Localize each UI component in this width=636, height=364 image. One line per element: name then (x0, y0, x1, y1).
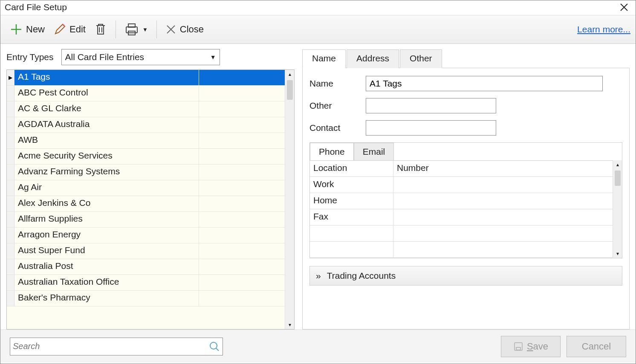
entry-types-select[interactable]: All Card File Entries ▼ (61, 49, 220, 65)
row-indicator (7, 86, 14, 101)
table-row[interactable]: Advanz Farming Systems (7, 165, 285, 180)
titlebar: Card File Setup (0, 0, 636, 15)
table-row[interactable]: Australia Post (7, 259, 285, 275)
entry-name: Australian Taxation Office (14, 275, 199, 290)
col-location: Location (310, 161, 393, 176)
row-indicator (7, 133, 14, 148)
tab-other[interactable]: Other (400, 49, 442, 68)
subtab-phone[interactable]: Phone (310, 143, 354, 160)
x-icon (165, 24, 176, 35)
chevron-right-icon: » (316, 271, 321, 281)
entry-col2 (199, 180, 285, 196)
tab-name[interactable]: Name (302, 49, 346, 68)
phone-row[interactable]: Work (310, 177, 613, 193)
entry-types-row: Entry Types All Card File Entries ▼ (6, 49, 295, 65)
search-input[interactable] (13, 341, 209, 351)
phone-number[interactable] (393, 193, 613, 209)
phone-number[interactable] (393, 209, 613, 225)
table-row[interactable]: Arragon Energy (7, 228, 285, 243)
tab-address[interactable]: Address (347, 49, 399, 68)
svg-point-3 (210, 342, 217, 349)
row-indicator (7, 180, 14, 196)
table-row[interactable]: Allfarm Supplies (7, 212, 285, 228)
phone-row[interactable]: Home (310, 193, 613, 209)
scrollbar[interactable]: ▴ ▾ (613, 160, 622, 258)
contact-field[interactable] (366, 120, 496, 136)
col-number: Number (393, 161, 613, 176)
entry-col2 (199, 70, 285, 85)
entry-col2 (199, 259, 285, 274)
entry-col2 (199, 212, 285, 227)
phone-row-empty[interactable] (310, 242, 613, 258)
scroll-down-icon[interactable]: ▾ (616, 249, 619, 258)
entry-name: Ag Air (14, 180, 199, 196)
table-row[interactable]: AC & GL Clarke (7, 101, 285, 117)
row-indicator (7, 212, 14, 227)
delete-button[interactable] (90, 20, 111, 38)
table-row[interactable]: Acme Security Services (7, 149, 285, 165)
toolbar: New Edit ▼ Close Learn more... (0, 15, 636, 44)
subtab-email[interactable]: Email (354, 143, 394, 160)
name-field-label: Name (309, 78, 366, 89)
edit-button[interactable]: Edit (49, 21, 90, 38)
dropdown-arrow-icon: ▼ (142, 26, 148, 33)
table-row[interactable]: Ag Air (7, 180, 285, 196)
entry-name: Allfarm Supplies (14, 212, 199, 227)
other-field[interactable] (366, 98, 496, 113)
cancel-label: Cancel (582, 341, 611, 352)
phone-row[interactable]: Fax (310, 209, 613, 225)
phone-row-empty[interactable] (310, 225, 613, 242)
detail-tabs: Name Address Other (302, 49, 630, 68)
entry-col2 (199, 86, 285, 101)
table-row[interactable]: Aust Super Fund (7, 243, 285, 259)
learn-more-link[interactable]: Learn more... (577, 24, 630, 35)
entry-name: Advanz Farming Systems (14, 165, 199, 180)
row-indicator (7, 228, 14, 243)
svg-rect-0 (126, 27, 137, 33)
table-row[interactable]: AWB (7, 133, 285, 149)
new-button[interactable]: New (6, 21, 49, 38)
scrollbar[interactable]: ▴ ▾ (285, 70, 294, 329)
search-icon[interactable] (209, 341, 220, 352)
edit-label: Edit (69, 24, 86, 35)
save-button[interactable]: Save (501, 336, 561, 357)
table-row[interactable]: Alex Jenkins & Co (7, 196, 285, 212)
entry-name: AGDATA Australia (14, 117, 199, 133)
contact-subpanel: Phone Email LocationNumberWorkHomeFax ▴ … (309, 142, 622, 258)
svg-rect-4 (515, 343, 522, 350)
table-row[interactable]: ▶A1 Tags (7, 70, 285, 86)
table-row[interactable]: AGDATA Australia (7, 117, 285, 133)
entry-name: Arragon Energy (14, 228, 199, 243)
search-box[interactable] (10, 338, 223, 355)
footer: Save Cancel (0, 329, 636, 363)
phone-number[interactable] (393, 177, 613, 193)
close-button[interactable]: Close (161, 22, 208, 37)
close-icon[interactable] (617, 3, 631, 12)
plus-icon (10, 23, 23, 36)
scroll-down-icon[interactable]: ▾ (289, 321, 291, 329)
phone-header-row: LocationNumber (310, 161, 613, 177)
phone-location: Home (310, 193, 393, 209)
trading-accounts-expander[interactable]: » Trading Accounts (309, 266, 622, 286)
phone-location: Work (310, 177, 393, 193)
print-button[interactable]: ▼ (120, 21, 152, 38)
table-row[interactable]: Baker's Pharmacy (7, 291, 285, 306)
table-row[interactable]: ABC Pest Control (7, 86, 285, 101)
name-field[interactable] (366, 76, 603, 91)
scroll-up-icon[interactable]: ▴ (289, 70, 291, 78)
entry-col2 (199, 101, 285, 117)
row-indicator (7, 149, 14, 164)
entry-name: Aust Super Fund (14, 243, 199, 259)
scroll-up-icon[interactable]: ▴ (616, 160, 619, 169)
entry-col2 (199, 228, 285, 243)
entry-types-label: Entry Types (6, 52, 54, 62)
phone-location: Fax (310, 209, 393, 225)
table-row[interactable]: Australian Taxation Office (7, 275, 285, 291)
other-field-label: Other (309, 101, 366, 111)
trading-accounts-label: Trading Accounts (327, 271, 396, 281)
scroll-thumb[interactable] (615, 170, 621, 186)
scroll-thumb[interactable] (287, 80, 293, 100)
entry-col2 (199, 196, 285, 211)
cancel-button[interactable]: Cancel (567, 336, 626, 357)
pencil-icon (53, 23, 66, 36)
